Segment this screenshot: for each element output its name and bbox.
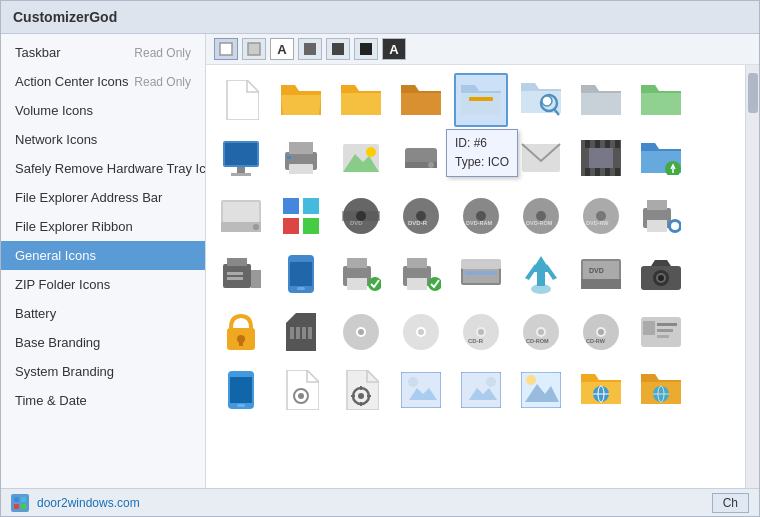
icon-cell-23[interactable]: DVD-RW: [574, 189, 628, 243]
icon-cell-2[interactable]: [274, 73, 328, 127]
icon-cell-20[interactable]: DVD-R: [394, 189, 448, 243]
svg-rect-28: [585, 140, 590, 148]
scrollbar-thumb[interactable]: [748, 73, 758, 113]
sidebar-item-network[interactable]: Network Icons: [1, 125, 205, 154]
icon-cell-6[interactable]: [514, 73, 568, 127]
sidebar-item-fe-addressbar[interactable]: File Explorer Address Bar: [1, 183, 205, 212]
svg-text:DVD: DVD: [350, 220, 363, 226]
icon-cell-32[interactable]: [634, 247, 688, 301]
icon-cell-24[interactable]: [634, 189, 688, 243]
icon-cell-31[interactable]: DVD: [574, 247, 628, 301]
sidebar-item-volume[interactable]: Volume Icons: [1, 96, 205, 125]
icon-cell-28[interactable]: [394, 247, 448, 301]
icon-cell-13[interactable]: [454, 131, 508, 185]
sidebar-item-base-branding[interactable]: Base Branding: [1, 328, 205, 357]
icon-cell-17[interactable]: [214, 189, 268, 243]
icon-cell-18[interactable]: [274, 189, 328, 243]
svg-rect-72: [227, 277, 243, 280]
sidebar-label-system-branding: System Branding: [15, 364, 114, 379]
svg-rect-125: [657, 329, 673, 332]
icon-cell-11[interactable]: [334, 131, 388, 185]
icon-cell-47[interactable]: [574, 363, 628, 417]
toolbar-btn-text-a[interactable]: A: [270, 38, 294, 60]
cd-disc2-icon: [341, 312, 381, 352]
icon-cell-10[interactable]: [274, 131, 328, 185]
toolbar-btn-light-square[interactable]: [214, 38, 238, 60]
icon-cell-27[interactable]: [334, 247, 388, 301]
svg-rect-77: [347, 258, 367, 268]
icon-cell-35[interactable]: [334, 305, 388, 359]
svg-point-116: [538, 329, 544, 335]
sidebar-label-base-branding: Base Branding: [15, 335, 100, 350]
icon-cell-16[interactable]: [634, 131, 688, 185]
svg-rect-154: [21, 497, 26, 502]
icon-cell-46[interactable]: [514, 363, 568, 417]
svg-point-22: [428, 162, 434, 168]
icon-cell-25[interactable]: [214, 247, 268, 301]
sidebar-item-taskbar[interactable]: Taskbar Read Only: [1, 38, 205, 67]
sidebar-item-safely-remove[interactable]: Safely Remove Hardware Tray Icon: [1, 154, 205, 183]
svg-rect-32: [585, 168, 590, 176]
memory-card-icon: [281, 312, 321, 352]
sidebar-item-general-icons[interactable]: General Icons: [1, 241, 205, 270]
toolbar-btn-dark1[interactable]: [298, 38, 322, 60]
svg-rect-69: [227, 258, 247, 266]
icon-cell-45[interactable]: [454, 363, 508, 417]
scrollbar[interactable]: [745, 65, 759, 488]
icon-cell-41[interactable]: [214, 363, 268, 417]
icon-cell-19[interactable]: DVD: [334, 189, 388, 243]
icon-cell-29[interactable]: [454, 247, 508, 301]
scanner-icon: [461, 254, 501, 294]
icon-cell-37[interactable]: CD-R: [454, 305, 508, 359]
icons-grid: ID: #6 Type: ICO: [206, 65, 745, 488]
icon-cell-14[interactable]: [514, 131, 568, 185]
icon-cell-26[interactable]: [274, 247, 328, 301]
toolbar-btn-dark2[interactable]: [326, 38, 350, 60]
icon-cell-22[interactable]: DVD-ROM: [514, 189, 568, 243]
icon-cell-5[interactable]: ID: #6 Type: ICO: [454, 73, 508, 127]
icon-cell-44[interactable]: [394, 363, 448, 417]
icon-cell-12[interactable]: [394, 131, 448, 185]
svg-point-109: [418, 329, 424, 335]
icon-cell-33[interactable]: [214, 305, 268, 359]
icon-cell-36[interactable]: [394, 305, 448, 359]
cdrw-disc-icon: CD-RW: [581, 312, 621, 352]
svg-rect-34: [605, 168, 610, 176]
sidebar-item-fe-ribbon[interactable]: File Explorer Ribbon: [1, 212, 205, 241]
sidebar-item-time-date[interactable]: Time & Date: [1, 386, 205, 415]
sidebar-item-battery[interactable]: Battery: [1, 299, 205, 328]
svg-point-67: [671, 222, 679, 230]
status-link[interactable]: door2windows.com: [37, 496, 140, 510]
icon-cell-39[interactable]: CD-RW: [574, 305, 628, 359]
svg-rect-43: [283, 198, 299, 214]
image-mountain-icon: [521, 370, 561, 410]
toolbar-btn-gray-square[interactable]: [242, 38, 266, 60]
sidebar-item-system-branding[interactable]: System Branding: [1, 357, 205, 386]
sidebar-label-taskbar: Taskbar: [15, 45, 61, 60]
icon-cell-8[interactable]: [634, 73, 688, 127]
svg-rect-30: [605, 140, 610, 148]
icon-cell-15[interactable]: [574, 131, 628, 185]
icon-cell-30[interactable]: [514, 247, 568, 301]
icon-cell-21[interactable]: DVD-RAM: [454, 189, 508, 243]
sidebar-item-zip-folder[interactable]: ZIP Folder Icons: [1, 270, 205, 299]
icon-cell-9[interactable]: [214, 131, 268, 185]
icon-cell-1[interactable]: [214, 73, 268, 127]
svg-rect-44: [303, 198, 319, 214]
svg-rect-128: [230, 377, 252, 403]
cdr-disc-icon: CD-R: [461, 312, 501, 352]
icon-cell-3[interactable]: [334, 73, 388, 127]
icon-cell-42[interactable]: [274, 363, 328, 417]
toolbar-btn-dark-a[interactable]: A: [382, 38, 406, 60]
icon-cell-38[interactable]: CD-ROM: [514, 305, 568, 359]
status-bar: door2windows.com Ch: [1, 488, 759, 516]
icon-cell-40[interactable]: [634, 305, 688, 359]
toolbar-btn-dark3[interactable]: [354, 38, 378, 60]
icon-cell-48[interactable]: [634, 363, 688, 417]
icon-cell-7[interactable]: [574, 73, 628, 127]
status-button[interactable]: Ch: [712, 493, 749, 513]
sidebar-item-action-center[interactable]: Action Center Icons Read Only: [1, 67, 205, 96]
icon-cell-34[interactable]: [274, 305, 328, 359]
icon-cell-43[interactable]: [334, 363, 388, 417]
icon-cell-4[interactable]: [394, 73, 448, 127]
